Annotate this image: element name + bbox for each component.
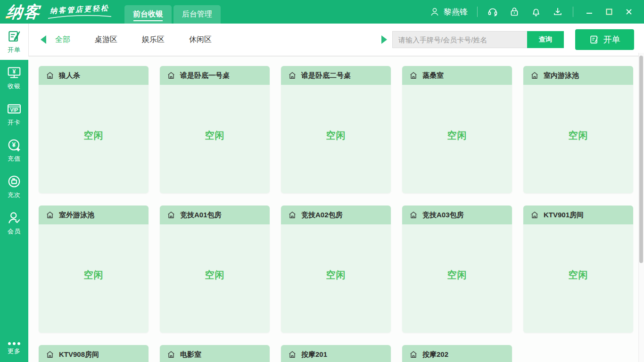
user-box[interactable]: 黎燕锋	[429, 7, 468, 17]
room-card-body: 空闲	[281, 85, 391, 193]
home-icon	[409, 71, 418, 80]
room-name: 竞技A03包房	[422, 211, 464, 220]
vip-card-icon: VIP	[7, 102, 22, 116]
room-name: 谁是卧底二号桌	[301, 71, 351, 80]
room-card-header: 谁是卧底二号桌	[281, 66, 391, 85]
category-tab-3[interactable]: 休闲区	[189, 35, 212, 45]
home-icon	[530, 210, 539, 220]
scrollbar-thumb[interactable]	[639, 56, 643, 263]
sidebar-item-label: 会员	[8, 227, 21, 236]
sidebar-item-label: 充值	[8, 155, 21, 163]
room-card[interactable]: 狼人杀空闲	[39, 66, 149, 193]
room-card[interactable]: KTV908房间空闲	[39, 345, 149, 362]
maximize-icon[interactable]	[603, 6, 615, 17]
home-icon	[409, 210, 418, 220]
search-group: 查询	[392, 31, 564, 48]
room-name: 竞技A02包房	[301, 211, 343, 220]
room-card-body: 空闲	[39, 224, 149, 333]
category-tab-0[interactable]: 全部	[55, 35, 70, 45]
category-tab-2[interactable]: 娱乐区	[142, 35, 165, 45]
room-status: 空闲	[205, 129, 225, 142]
room-name: 按摩202	[422, 350, 448, 359]
room-card-header: 狼人杀	[39, 66, 149, 85]
room-card[interactable]: 蒸桑室空闲	[402, 66, 512, 193]
room-card-header: 室外游泳池	[39, 206, 149, 224]
home-icon	[45, 210, 55, 220]
sidebar-item-recharge[interactable]: ¥充值	[0, 132, 28, 169]
room-card[interactable]: 室内游泳池空闲	[523, 66, 633, 193]
search-input[interactable]	[392, 31, 527, 48]
search-button[interactable]: 查询	[527, 31, 564, 48]
home-icon	[45, 350, 55, 359]
room-card[interactable]: KTV901房间空闲	[523, 206, 633, 333]
room-card[interactable]: 竞技A03包房空闲	[402, 206, 512, 333]
sidebar-item-recharge-times[interactable]: 充次	[0, 169, 28, 205]
room-name: KTV901房间	[544, 211, 584, 220]
close-icon[interactable]	[623, 6, 635, 17]
tab-0[interactable]: 前台收银	[124, 5, 172, 24]
headset-icon[interactable]	[487, 6, 498, 17]
room-card[interactable]: 竞技A01包房空闲	[160, 206, 270, 333]
room-card[interactable]: 室外游泳池空闲	[39, 206, 149, 333]
order-icon	[7, 29, 21, 43]
room-name: 室外游泳池	[59, 211, 94, 220]
room-status: 空闲	[447, 129, 467, 142]
order-icon	[589, 34, 600, 45]
sidebar-item-vip-card[interactable]: VIP开卡	[0, 96, 28, 132]
room-card-header: 谁是卧底一号桌	[160, 66, 270, 85]
room-card-header: 电影室	[160, 345, 270, 362]
open-order-button[interactable]: 开单	[575, 29, 634, 50]
room-card-body: 空闲	[523, 85, 633, 193]
sidebar-item-order[interactable]: 开单	[0, 24, 28, 60]
sidebar-item-more[interactable]: 更多	[0, 342, 28, 355]
main-tabs: 前台收银后台管理	[124, 0, 221, 24]
sidebar-item-label: 收银	[8, 82, 21, 90]
room-card[interactable]: 按摩202空闲	[402, 345, 512, 362]
home-icon	[288, 71, 297, 80]
download-icon[interactable]	[552, 6, 563, 17]
topbar-separator	[477, 7, 478, 17]
svg-text:¥: ¥	[13, 68, 16, 75]
home-icon	[166, 350, 176, 359]
home-icon	[288, 350, 297, 359]
lock-icon[interactable]	[509, 6, 520, 17]
room-name: 竞技A01包房	[180, 211, 222, 220]
topbar-separator	[573, 7, 573, 17]
room-name: 谁是卧底一号桌	[180, 71, 230, 80]
scroll-right-arrow[interactable]	[381, 35, 388, 44]
room-status: 空闲	[84, 269, 104, 281]
member-icon	[7, 211, 21, 225]
sidebar-item-label: 开单	[8, 46, 21, 54]
room-card[interactable]: 竞技A02包房空闲	[281, 206, 391, 333]
room-status: 空闲	[84, 129, 104, 142]
recharge-times-icon	[7, 174, 21, 189]
sidebar-item-cashier[interactable]: ¥收银	[0, 60, 28, 96]
minimize-icon[interactable]	[584, 6, 595, 17]
room-status: 空闲	[569, 129, 588, 142]
room-status: 空闲	[569, 269, 588, 281]
room-card-header: 竞技A02包房	[281, 206, 391, 224]
room-card-header: KTV908房间	[39, 345, 149, 362]
room-card[interactable]: 谁是卧底一号桌空闲	[160, 66, 270, 193]
room-name: 室内游泳池	[544, 71, 579, 80]
room-card-body: 空闲	[402, 85, 512, 193]
topbar: 纳客 纳客管店更轻松 前台收银后台管理 黎燕锋	[0, 0, 644, 24]
scroll-left-arrow[interactable]	[40, 35, 47, 44]
tab-1[interactable]: 后台管理	[173, 5, 221, 24]
room-card-header: 蒸桑室	[402, 66, 512, 85]
room-card[interactable]: 谁是卧底二号桌空闲	[281, 66, 391, 193]
bell-icon[interactable]	[530, 6, 542, 17]
room-card[interactable]: 按摩201空闲	[281, 345, 391, 362]
svg-text:VIP: VIP	[10, 107, 18, 113]
scrollbar-track[interactable]	[638, 53, 644, 362]
room-card-body: 空闲	[39, 85, 149, 193]
room-name: KTV908房间	[59, 350, 99, 359]
open-order-label: 开单	[603, 34, 620, 45]
home-icon	[288, 210, 297, 220]
sidebar-more-label: 更多	[8, 347, 21, 355]
window-controls	[584, 6, 635, 17]
sidebar-item-member[interactable]: 会员	[0, 205, 28, 241]
room-name: 按摩201	[301, 350, 327, 359]
category-tab-1[interactable]: 桌游区	[95, 35, 117, 45]
room-card[interactable]: 电影室空闲	[160, 345, 270, 362]
